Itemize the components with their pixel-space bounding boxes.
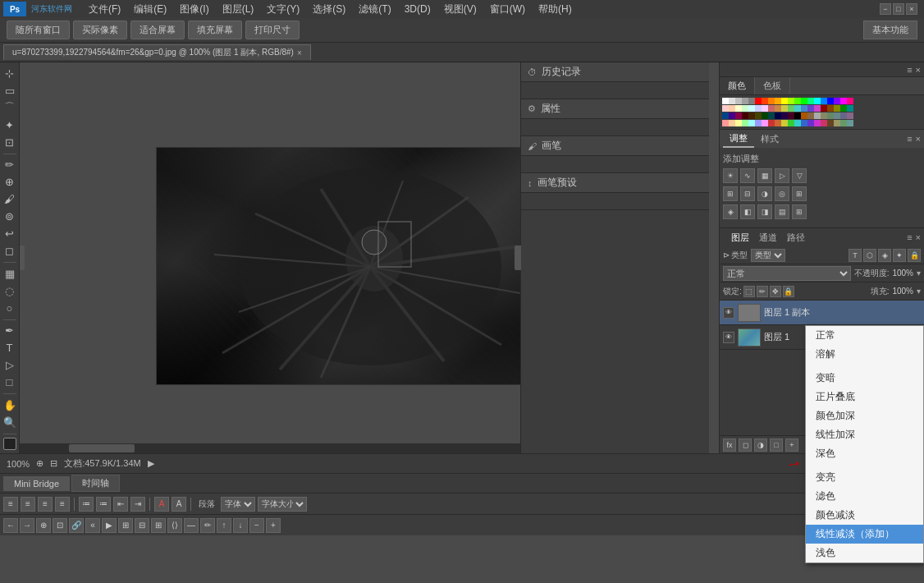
menu-select[interactable]: 选择(S) [306, 1, 352, 18]
fmt-list-unordered[interactable]: ≔ [79, 497, 94, 512]
sc17[interactable] [827, 105, 834, 112]
sd2[interactable] [729, 112, 735, 119]
sc7[interactable] [762, 105, 768, 112]
sc11[interactable] [788, 105, 794, 112]
sc16[interactable] [821, 105, 827, 112]
se5[interactable] [748, 120, 755, 126]
menu-edit[interactable]: 编辑(E) [127, 1, 173, 18]
fmt-indent-less[interactable]: ⇤ [113, 497, 128, 512]
act-pencil[interactable]: ✏ [200, 518, 215, 533]
menu-file[interactable]: 文件(F) [82, 1, 127, 18]
sc15[interactable] [814, 105, 821, 112]
blend-darken[interactable]: 变暗 [806, 369, 923, 388]
tool-heal[interactable]: ⊕ [2, 174, 18, 190]
se19[interactable] [840, 120, 847, 126]
sd9[interactable] [775, 112, 781, 119]
se1[interactable] [722, 120, 729, 126]
se11[interactable] [788, 120, 794, 126]
layer-adj-btn[interactable]: ◑ [754, 438, 767, 452]
blend-screen[interactable]: 滤色 [806, 487, 923, 506]
sd7[interactable] [762, 112, 768, 119]
toolbar-workspace[interactable]: 基本功能 [863, 21, 917, 39]
adj-photo[interactable]: ◎ [775, 186, 789, 201]
se3[interactable] [735, 120, 742, 126]
blend-color-burn[interactable]: 颜色加深 [806, 406, 923, 425]
layers-close-icon[interactable]: × [916, 232, 921, 242]
se18[interactable] [834, 120, 840, 126]
style-tab[interactable]: 样式 [754, 131, 785, 147]
panel-collapse-left[interactable] [20, 246, 25, 270]
tool-type[interactable]: T [2, 340, 18, 356]
fmt-indent-more[interactable]: ⇥ [130, 497, 145, 512]
toolbar-scroll-windows[interactable]: 随所有窗口 [7, 21, 70, 39]
layers-menu-icon[interactable]: ≡ [907, 232, 912, 242]
swatch-silver[interactable] [735, 98, 742, 104]
act-arrow-right[interactable]: → [20, 518, 34, 533]
act-minus[interactable]: − [249, 518, 264, 533]
blend-normal[interactable]: 正常 [806, 326, 923, 345]
fmt-text-color[interactable]: A [154, 497, 169, 512]
act-image1[interactable]: ⊞ [118, 518, 133, 533]
toolbar-fill-screen[interactable]: 填充屏幕 [188, 21, 242, 39]
foreground-color[interactable] [3, 438, 16, 450]
se9[interactable] [775, 120, 781, 126]
layer-item-1[interactable]: 👁 图层 1 副本 [720, 301, 924, 325]
swatch-yellow-green[interactable] [788, 98, 794, 104]
swatch-magenta[interactable] [840, 98, 847, 104]
fill-arrow[interactable]: ▾ [917, 287, 921, 296]
zoom-text-icon[interactable]: ⊟ [50, 458, 57, 469]
tool-crop[interactable]: ⊡ [2, 135, 18, 150]
adjust-tab[interactable]: 调整 [723, 131, 754, 148]
sc13[interactable] [801, 105, 807, 112]
tool-lasso[interactable]: ⌒ [2, 100, 18, 116]
se14[interactable] [807, 120, 814, 126]
toolbar-fit-screen[interactable]: 适合屏幕 [130, 21, 185, 39]
sd5[interactable] [748, 112, 755, 119]
adj-levels[interactable]: ▦ [757, 168, 772, 183]
tool-path-select[interactable]: ▷ [2, 357, 18, 373]
tool-eraser[interactable]: ◻ [2, 243, 18, 259]
tool-blur[interactable]: ◌ [2, 283, 18, 299]
act-code[interactable]: ⟨⟩ [167, 518, 182, 533]
blend-mode-select[interactable]: 正常 [723, 266, 851, 281]
minimize-btn[interactable]: − [880, 3, 891, 15]
tool-marquee[interactable]: ▭ [2, 83, 18, 99]
close-btn[interactable]: × [906, 3, 917, 15]
se20[interactable] [847, 120, 853, 126]
swatch-amber[interactable] [775, 98, 781, 104]
zoom-options-icon[interactable]: ⊕ [36, 458, 43, 469]
blend-lighter-color[interactable]: 浅色 [806, 544, 923, 562]
layer-visibility-2[interactable]: 👁 [723, 332, 734, 343]
se2[interactable] [729, 120, 735, 126]
sd14[interactable] [807, 112, 814, 119]
menu-layer[interactable]: 图层(L) [216, 1, 261, 18]
layer-fx-btn[interactable]: fx [723, 438, 736, 452]
menu-image[interactable]: 图像(I) [173, 1, 215, 18]
sd11[interactable] [788, 112, 794, 119]
mini-bridge-tab[interactable]: Mini Bridge [3, 476, 70, 491]
swatch-spring[interactable] [807, 98, 814, 104]
menu-filter[interactable]: 滤镜(T) [352, 1, 397, 18]
toolbar-actual-pixels[interactable]: 买际像素 [73, 21, 127, 39]
sc2[interactable] [729, 105, 735, 112]
act-arrow-up[interactable]: ↑ [217, 518, 231, 533]
blend-linear-dodge[interactable]: 线性减淡（添加） [806, 525, 923, 544]
sd4[interactable] [742, 112, 748, 119]
act-plus[interactable]: + [266, 518, 281, 533]
act-globe[interactable]: ⊕ [36, 518, 51, 533]
layer-lock-icon[interactable]: 🔒 [908, 249, 921, 262]
sc9[interactable] [775, 105, 781, 112]
swatch-lime[interactable] [794, 98, 801, 104]
act-table[interactable]: ⊞ [151, 518, 166, 533]
fmt-align-left[interactable]: ≡ [3, 497, 18, 512]
swatch-white[interactable] [722, 98, 729, 104]
sd18[interactable] [834, 112, 840, 119]
opacity-arrow[interactable]: ▾ [917, 269, 921, 278]
panel-close-icon[interactable]: × [916, 65, 921, 75]
layers-tab[interactable]: 图层 [726, 230, 754, 246]
swatch-yellow[interactable] [781, 98, 788, 104]
adj-channels[interactable]: ⊞ [792, 186, 807, 201]
sc19[interactable] [840, 105, 847, 112]
tool-clone[interactable]: ⊚ [2, 209, 18, 224]
tool-hand[interactable]: ✋ [2, 397, 18, 413]
